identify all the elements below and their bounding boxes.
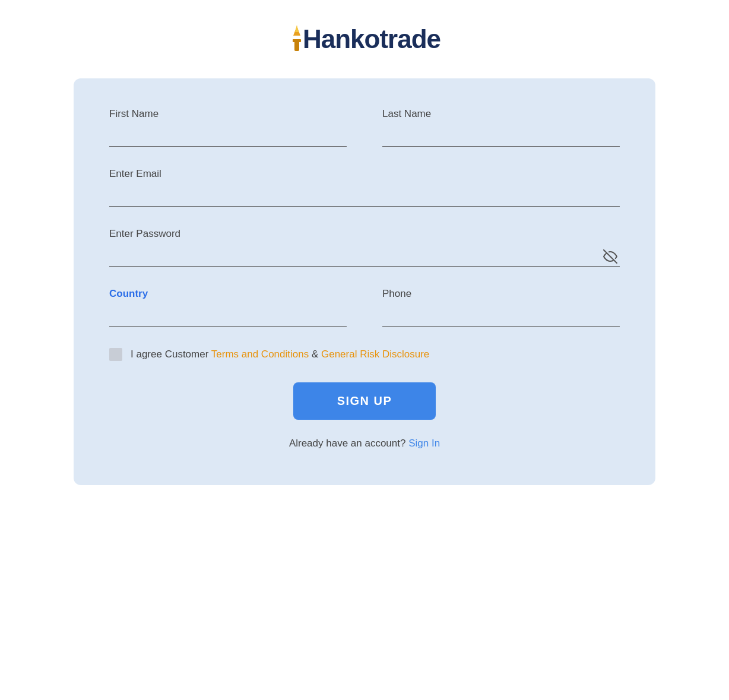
last-name-label: Last Name <box>382 108 620 120</box>
password-wrapper <box>109 246 620 267</box>
terms-text: I agree Customer Terms and Conditions & … <box>131 349 429 360</box>
last-name-input[interactable] <box>382 126 620 147</box>
general-risk-disclosure-link[interactable]: General Risk Disclosure <box>321 349 429 360</box>
password-input[interactable] <box>109 246 620 267</box>
torch-icon <box>289 24 305 55</box>
phone-field: Phone <box>382 288 620 327</box>
country-field: Country <box>109 288 347 327</box>
email-label: Enter Email <box>109 168 620 180</box>
signup-form-card: First Name Last Name Enter Email Enter P… <box>74 78 655 485</box>
email-field: Enter Email <box>109 168 620 207</box>
password-label: Enter Password <box>109 228 620 240</box>
last-name-field: Last Name <box>382 108 620 147</box>
brand-logo: Hankotrade <box>289 24 440 55</box>
logo-area: Hankotrade <box>289 24 440 55</box>
signin-row: Already have an account? Sign In <box>109 438 620 449</box>
first-name-label: First Name <box>109 108 347 120</box>
logo-h-letter: Hankotrade <box>303 24 440 54</box>
already-account-text: Already have an account? <box>289 438 408 449</box>
first-name-field: First Name <box>109 108 347 147</box>
country-input[interactable] <box>109 306 347 327</box>
svg-rect-3 <box>293 39 301 42</box>
terms-row: I agree Customer Terms and Conditions & … <box>109 348 620 361</box>
email-input[interactable] <box>109 186 620 207</box>
signup-button[interactable]: SIGN UP <box>293 382 436 420</box>
country-label: Country <box>109 288 347 300</box>
terms-separator: & <box>309 349 321 360</box>
first-name-input[interactable] <box>109 126 347 147</box>
toggle-password-icon[interactable] <box>603 249 617 264</box>
password-field: Enter Password <box>109 228 620 267</box>
phone-label: Phone <box>382 288 620 300</box>
country-phone-row: Country Phone <box>109 288 620 327</box>
phone-input[interactable] <box>382 306 620 327</box>
terms-and-conditions-link[interactable]: Terms and Conditions <box>211 349 309 360</box>
terms-prefix: I agree Customer <box>131 349 211 360</box>
svg-marker-2 <box>295 25 299 32</box>
name-row: First Name Last Name <box>109 108 620 147</box>
email-row: Enter Email <box>109 168 620 207</box>
signin-link[interactable]: Sign In <box>408 438 440 449</box>
password-row: Enter Password <box>109 228 620 267</box>
terms-checkbox[interactable] <box>109 348 122 361</box>
